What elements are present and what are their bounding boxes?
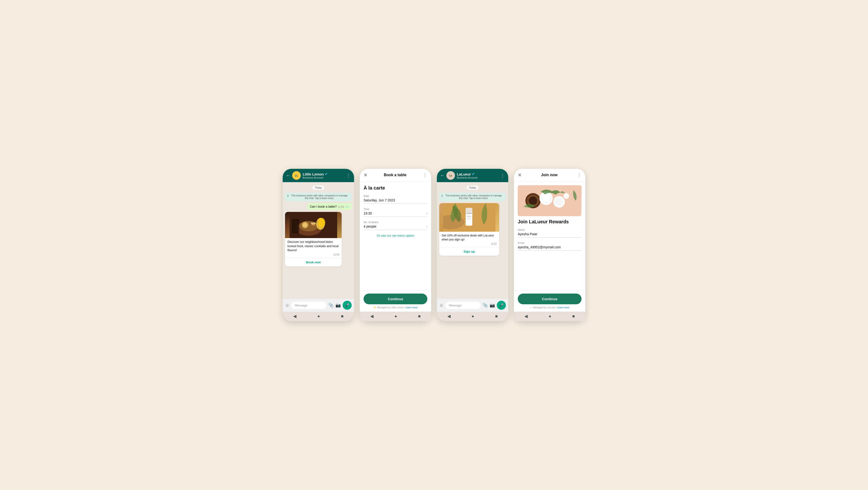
rewards-image <box>518 185 582 216</box>
nav-square-m1[interactable]: ■ <box>418 314 421 319</box>
info-notice-2: ℹ This business works with other compani… <box>439 193 506 201</box>
nav-home-2[interactable]: ● <box>472 314 474 319</box>
form-value-name[interactable]: Ayesha Pwar <box>518 232 582 238</box>
modal-2-nav: ◀ ● ■ <box>514 312 585 321</box>
header-name-2: LaLueur ✔ <box>457 172 498 176</box>
modal-2-title: Join now <box>541 173 557 177</box>
food-art <box>285 212 342 238</box>
modal-2-close[interactable]: ✕ <box>518 172 522 178</box>
learn-more-2[interactable]: Learn more <box>557 306 569 309</box>
message-input-1[interactable]: Message <box>291 302 327 309</box>
form-value-email[interactable]: ayesha_49952@mymail.com <box>518 245 582 251</box>
chat-input-bar-1: ☺ Message 📎 📷 🎤 <box>283 299 354 312</box>
nav-home-m2[interactable]: ● <box>549 314 551 319</box>
modal-2-header: ✕ Join now ⋮ <box>514 169 585 181</box>
form-field-name: Name Ayesha Pwar <box>518 228 582 238</box>
modal-1-footer: Continue ⚡ Managed by Little Lemon. Lear… <box>360 290 431 312</box>
chat-body-1: Today ℹ This business works with other c… <box>283 182 354 299</box>
food-svg <box>289 212 337 238</box>
modal-2-footer: Continue — Managed by LaLueur. Learn mor… <box>514 290 585 312</box>
avatar-1: LL <box>292 171 301 180</box>
svg-rect-14 <box>466 208 472 213</box>
mic-button-1[interactable]: 🎤 <box>343 301 352 310</box>
phone-1-header: ← LL Little Lemon ✔ Business Account ⋮ <box>283 169 354 182</box>
message-input-2[interactable]: Message <box>445 302 480 309</box>
dots-menu-2[interactable]: ⋮ <box>500 173 505 178</box>
form-field-date: Date Saturday, Jun 7 2023 <box>364 195 427 204</box>
chevron-time: › <box>426 211 427 215</box>
nav-square-m2[interactable]: ■ <box>572 314 575 319</box>
form-label-time: Time <box>364 208 427 210</box>
modal-1-dots[interactable]: ⋮ <box>423 172 427 178</box>
learn-more-1[interactable]: Learn more <box>405 306 417 309</box>
svg-point-25 <box>542 195 550 202</box>
form-field-email: Email ayesha_49952@mymail.com <box>518 241 582 251</box>
nav-back-1[interactable]: ◀ <box>293 314 297 319</box>
chevron-diners: › <box>426 225 427 228</box>
svg-point-27 <box>555 198 563 206</box>
phone-nav-2: ◀ ● ■ <box>437 312 508 321</box>
verified-check-1: ✔ <box>325 172 328 176</box>
modal-1: ✕ Book a table ⋮ À la carte Date Saturda… <box>360 169 431 321</box>
back-arrow-1[interactable]: ← <box>286 173 290 178</box>
form-label-date: Date <box>364 195 427 197</box>
sign-up-button[interactable]: Sign up <box>439 247 499 256</box>
product-card: LaLueur SERUM Get 10% off exclusive deal… <box>439 203 499 256</box>
modal-1-header: ✕ Book a table ⋮ <box>360 169 431 181</box>
modal-1-title: Book a table <box>384 173 406 177</box>
header-sub-1: Business Account <box>303 176 344 179</box>
rewards-title: Join LaLueur Rewards <box>518 219 582 225</box>
modal-1-close[interactable]: ✕ <box>364 172 368 178</box>
nav-square-2[interactable]: ■ <box>495 314 498 319</box>
svg-point-28 <box>563 193 569 199</box>
nav-back-m2[interactable]: ◀ <box>524 314 528 319</box>
form-value-diners[interactable]: 4 people › <box>364 225 427 230</box>
form-value-date[interactable]: Saturday, Jun 7 2023 <box>364 198 427 204</box>
chat-body-2: Today ℹ This business works with other c… <box>437 182 508 299</box>
set-menu-link[interactable]: Or see our set menu option <box>364 234 427 237</box>
svg-rect-5 <box>311 223 316 224</box>
form-value-time[interactable]: 19:30 › <box>364 211 427 217</box>
product-image: LaLueur SERUM <box>439 203 499 232</box>
modal-1-nav: ◀ ● ■ <box>360 312 431 321</box>
continue-button-2[interactable]: Continue <box>518 294 582 304</box>
svg-point-4 <box>303 223 307 227</box>
svg-text:SERUM: SERUM <box>467 216 471 217</box>
nav-home-1[interactable]: ● <box>317 314 320 319</box>
continue-button-1[interactable]: Continue <box>364 294 427 304</box>
form-field-time: Time 19:30 › <box>364 208 427 217</box>
form-title-1: À la carte <box>364 185 427 191</box>
phone-2-header: ← La LaLueur ✔ Business Account ⋮ <box>437 169 508 182</box>
info-icon-2: ℹ <box>442 194 442 197</box>
mic-button-2[interactable]: 🎤 <box>497 301 506 310</box>
book-now-button[interactable]: Book now <box>285 258 342 266</box>
emoji-button-2[interactable]: ☺ <box>439 303 443 308</box>
dots-menu-1[interactable]: ⋮ <box>346 173 351 178</box>
nav-square-1[interactable]: ■ <box>341 314 344 319</box>
form-label-diners: No. of diners <box>364 221 427 224</box>
nav-home-m1[interactable]: ● <box>395 314 397 319</box>
form-label-name: Name <box>518 228 582 231</box>
avatar-2: La <box>446 171 455 180</box>
modal-2-dots[interactable]: ⋮ <box>577 172 582 178</box>
attach-button-2[interactable]: 📎 <box>483 302 488 308</box>
back-arrow-2[interactable]: ← <box>440 173 444 178</box>
camera-button-1[interactable]: 📷 <box>336 302 341 308</box>
emoji-button-1[interactable]: ☺ <box>285 303 289 308</box>
managed-text-2: — Managed by LaLueur. Learn more <box>518 306 582 309</box>
attach-button-1[interactable]: 📎 <box>328 302 334 308</box>
nav-back-2[interactable]: ◀ <box>447 314 451 319</box>
modal-2: ✕ Join now ⋮ <box>514 169 585 321</box>
nav-back-m1[interactable]: ◀ <box>370 314 374 319</box>
card-time-1: 11:59 <box>287 253 339 256</box>
msg-ticks-1: ✓✓ <box>345 205 349 208</box>
card-msg-1: Discover our neighbourhood bistro honest… <box>285 212 342 266</box>
header-sub-2: Business Account <box>457 176 498 179</box>
verified-check-2: ✔ <box>472 172 475 176</box>
phone-2: ← La LaLueur ✔ Business Account ⋮ Today … <box>437 169 508 321</box>
svg-point-22 <box>529 196 537 205</box>
outgoing-msg-1: Can I book a table? 11:59 ✓✓ <box>307 203 352 210</box>
camera-button-2[interactable]: 📷 <box>490 302 495 308</box>
card-content-1: Discover our neighbourhood bistro honest… <box>285 238 342 258</box>
form-field-diners: No. of diners 4 people › <box>364 221 427 230</box>
